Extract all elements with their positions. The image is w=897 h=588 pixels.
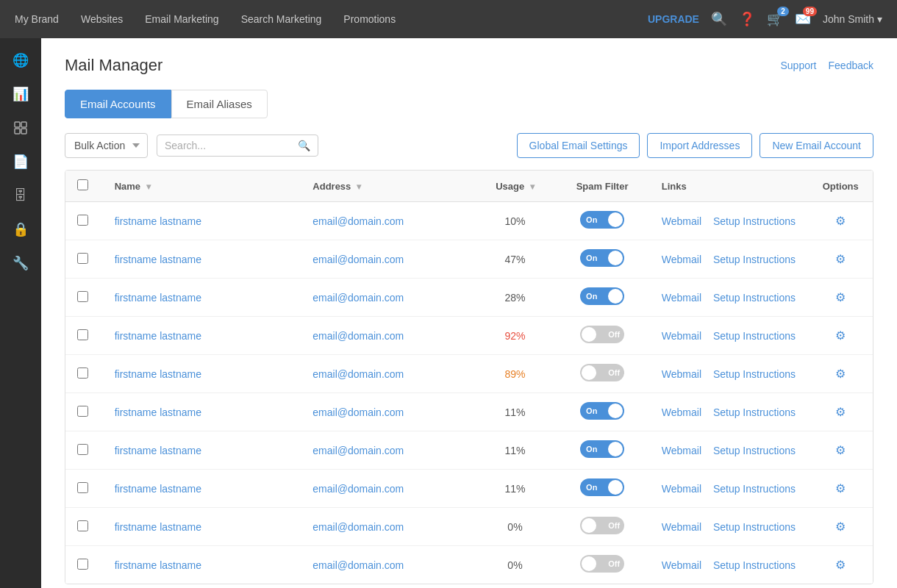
sidebar-item-database[interactable]: 🗄 [6, 181, 35, 210]
webmail-link-8[interactable]: Webmail [662, 521, 701, 533]
name-column-header[interactable]: Name ▾ [103, 171, 301, 202]
sidebar-item-tools[interactable]: 🔧 [6, 248, 35, 278]
setup-instructions-link-9[interactable]: Setup Instructions [713, 559, 796, 571]
gear-icon-8[interactable]: ⚙ [835, 520, 846, 533]
search-icon[interactable]: 🔍 [711, 11, 727, 27]
usage-column-header[interactable]: Usage ▾ [476, 171, 555, 202]
name-link-1[interactable]: firstname lastname [115, 254, 201, 265]
setup-instructions-link-8[interactable]: Setup Instructions [713, 521, 796, 533]
cart-icon[interactable]: 🛒 2 [767, 11, 783, 27]
tab-email-aliases[interactable]: Email Aliases [171, 90, 268, 118]
sidebar-item-lock[interactable]: 🔒 [6, 215, 35, 244]
name-link-5[interactable]: firstname lastname [115, 406, 201, 418]
spam-toggle-3[interactable]: Off [580, 326, 624, 343]
global-email-settings-button[interactable]: Global Email Settings [517, 133, 640, 158]
row-checkbox-7[interactable] [77, 482, 88, 493]
address-column-header[interactable]: Address ▾ [301, 171, 475, 202]
name-link-6[interactable]: firstname lastname [115, 445, 201, 456]
row-checkbox-8[interactable] [77, 520, 88, 531]
gear-icon-7[interactable]: ⚙ [835, 482, 846, 495]
email-link-5[interactable]: email@domain.com [312, 406, 404, 418]
nav-promotions[interactable]: Promotions [343, 13, 396, 25]
upgrade-button[interactable]: UPGRADE [648, 13, 699, 25]
email-link-2[interactable]: email@domain.com [312, 292, 404, 304]
email-link-7[interactable]: email@domain.com [312, 483, 404, 495]
spam-toggle-8[interactable]: Off [580, 517, 624, 534]
spam-toggle-0[interactable]: On [580, 211, 624, 229]
gear-icon-1[interactable]: ⚙ [835, 253, 846, 265]
email-link-4[interactable]: email@domain.com [312, 368, 404, 380]
gear-icon-4[interactable]: ⚙ [835, 368, 846, 380]
name-link-4[interactable]: firstname lastname [115, 368, 201, 380]
name-link-9[interactable]: firstname lastname [115, 559, 201, 571]
row-checkbox-2[interactable] [77, 291, 88, 302]
import-addresses-button[interactable]: Import Addresses [647, 133, 752, 158]
row-checkbox-6[interactable] [77, 444, 88, 455]
sidebar-item-grid[interactable] [6, 113, 35, 143]
spam-toggle-9[interactable]: Off [580, 555, 624, 573]
email-link-0[interactable]: email@domain.com [312, 215, 404, 227]
spam-toggle-4[interactable]: Off [580, 364, 624, 381]
gear-icon-2[interactable]: ⚙ [835, 291, 846, 304]
webmail-link-4[interactable]: Webmail [662, 368, 701, 380]
help-icon[interactable]: ❓ [739, 11, 755, 27]
name-link-2[interactable]: firstname lastname [115, 292, 201, 304]
name-link-7[interactable]: firstname lastname [115, 483, 201, 495]
spam-toggle-6[interactable]: On [580, 440, 624, 458]
row-checkbox-4[interactable] [77, 368, 88, 379]
support-link[interactable]: Support [780, 60, 816, 71]
user-menu[interactable]: John Smith ▾ [823, 13, 882, 25]
webmail-link-2[interactable]: Webmail [662, 292, 701, 304]
gear-icon-9[interactable]: ⚙ [835, 559, 846, 571]
search-input[interactable] [165, 140, 298, 151]
email-link-3[interactable]: email@domain.com [312, 330, 404, 342]
sidebar-item-globe[interactable]: 🌐 [6, 46, 35, 75]
name-link-3[interactable]: firstname lastname [115, 330, 201, 342]
gear-icon-3[interactable]: ⚙ [835, 329, 846, 342]
spam-toggle-7[interactable]: On [580, 478, 624, 496]
mail-icon[interactable]: ✉️ 99 [795, 11, 811, 27]
email-link-9[interactable]: email@domain.com [312, 559, 404, 571]
spam-toggle-1[interactable]: On [580, 249, 624, 267]
setup-instructions-link-4[interactable]: Setup Instructions [713, 368, 796, 380]
spam-toggle-5[interactable]: On [580, 402, 624, 420]
webmail-link-5[interactable]: Webmail [662, 406, 701, 418]
row-checkbox-3[interactable] [77, 329, 88, 340]
row-checkbox-0[interactable] [77, 215, 88, 226]
webmail-link-6[interactable]: Webmail [662, 445, 701, 456]
new-email-account-button[interactable]: New Email Account [760, 133, 873, 158]
name-link-0[interactable]: firstname lastname [115, 215, 201, 227]
setup-instructions-link-5[interactable]: Setup Instructions [713, 406, 796, 418]
row-checkbox-9[interactable] [77, 559, 88, 570]
row-checkbox-1[interactable] [77, 253, 88, 264]
bulk-action-select[interactable]: Bulk Action [65, 133, 148, 158]
webmail-link-1[interactable]: Webmail [662, 254, 701, 265]
spam-toggle-2[interactable]: On [580, 287, 624, 305]
email-link-1[interactable]: email@domain.com [312, 254, 404, 265]
webmail-link-9[interactable]: Webmail [662, 559, 701, 571]
name-link-8[interactable]: firstname lastname [115, 521, 201, 533]
webmail-link-0[interactable]: Webmail [662, 215, 701, 227]
select-all-checkbox[interactable] [77, 179, 88, 190]
gear-icon-6[interactable]: ⚙ [835, 444, 846, 456]
email-link-6[interactable]: email@domain.com [312, 445, 404, 456]
brand-link[interactable]: My Brand [15, 13, 59, 25]
nav-websites[interactable]: Websites [81, 13, 123, 25]
row-checkbox-5[interactable] [77, 406, 88, 417]
nav-email-marketing[interactable]: Email Marketing [145, 13, 218, 25]
feedback-link[interactable]: Feedback [829, 60, 873, 71]
setup-instructions-link-2[interactable]: Setup Instructions [713, 292, 796, 304]
setup-instructions-link-6[interactable]: Setup Instructions [713, 445, 796, 456]
webmail-link-3[interactable]: Webmail [662, 330, 701, 342]
setup-instructions-link-1[interactable]: Setup Instructions [713, 254, 796, 265]
sidebar-item-file[interactable]: 📄 [6, 147, 35, 176]
email-link-8[interactable]: email@domain.com [312, 521, 404, 533]
webmail-link-7[interactable]: Webmail [662, 483, 701, 495]
setup-instructions-link-7[interactable]: Setup Instructions [713, 483, 796, 495]
tab-email-accounts[interactable]: Email Accounts [65, 90, 171, 118]
nav-search-marketing[interactable]: Search Marketing [241, 13, 322, 25]
gear-icon-5[interactable]: ⚙ [835, 406, 846, 418]
gear-icon-0[interactable]: ⚙ [835, 215, 846, 227]
setup-instructions-link-0[interactable]: Setup Instructions [713, 215, 796, 227]
setup-instructions-link-3[interactable]: Setup Instructions [713, 330, 796, 342]
